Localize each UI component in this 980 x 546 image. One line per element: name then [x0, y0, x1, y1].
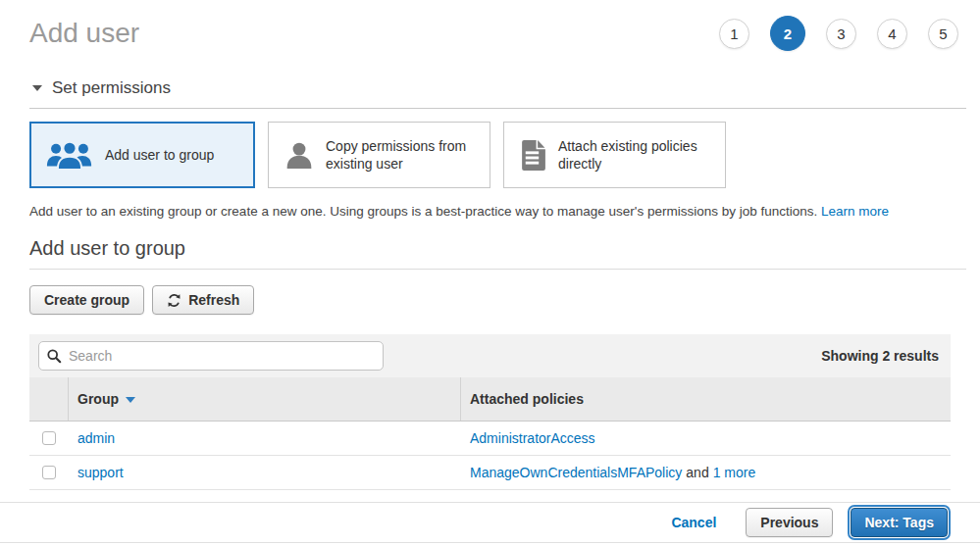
search-icon — [46, 348, 62, 367]
wizard-footer: Cancel Previous Next: Tags — [0, 502, 980, 543]
previous-button[interactable]: Previous — [746, 508, 833, 537]
policy-link[interactable]: ManageOwnCredentialsMFAPolicy — [470, 465, 682, 480]
policies-cell: ManageOwnCredentialsMFAPolicy and 1 more — [461, 456, 951, 489]
option-attach-policies[interactable]: Attach existing policies directly — [503, 122, 726, 188]
group-link[interactable]: support — [77, 465, 124, 480]
cancel-link[interactable]: Cancel — [671, 515, 716, 530]
search-box — [38, 341, 384, 371]
set-permissions-title: Set permissions — [52, 78, 171, 98]
user-group-icon — [46, 139, 93, 172]
group-cell: support — [69, 456, 461, 489]
step-4: 4 — [877, 19, 907, 49]
option-add-user-to-group[interactable]: Add user to group — [29, 122, 255, 188]
page-header: Add user 1 2 3 4 5 — [0, 0, 980, 51]
step-1: 1 — [719, 19, 749, 49]
option-copy-permissions[interactable]: Copy permissions from existing user — [268, 122, 490, 188]
step-5: 5 — [928, 19, 958, 49]
option-label: Copy permissions from existing user — [326, 137, 478, 173]
page-title: Add user — [29, 16, 139, 51]
row-checkbox[interactable] — [42, 431, 56, 445]
option-label: Attach existing policies directly — [558, 137, 713, 173]
table-header-row: Group Attached policies — [29, 377, 951, 422]
group-column-label: Group — [77, 391, 119, 407]
refresh-icon — [167, 293, 181, 308]
table-row-support: support ManageOwnCredentialsMFAPolicy an… — [29, 456, 951, 490]
more-policies-link[interactable]: 1 more — [713, 465, 756, 480]
select-all-cell — [29, 377, 69, 421]
next-tags-button[interactable]: Next: Tags — [851, 508, 948, 537]
results-count: Showing 2 results — [821, 348, 942, 364]
row-checkbox[interactable] — [42, 466, 56, 479]
policy-link[interactable]: AdministratorAccess — [470, 430, 595, 446]
policy-document-icon — [520, 140, 546, 171]
sort-descending-icon — [126, 397, 135, 403]
add-user-to-group-heading: Add user to group — [29, 237, 966, 270]
policy-join-text: and — [686, 465, 708, 480]
group-link[interactable]: admin — [77, 430, 115, 446]
table-row-admin: admin AdministratorAccess — [29, 422, 951, 456]
search-input[interactable] — [38, 341, 384, 371]
description-text: Add user to an existing group or create … — [29, 204, 817, 219]
policies-column-label: Attached policies — [470, 391, 584, 407]
refresh-button[interactable]: Refresh — [152, 285, 254, 315]
step-2-current: 2 — [770, 16, 805, 51]
step-indicator: 1 2 3 4 5 — [719, 16, 958, 51]
row-checkbox-cell — [29, 422, 69, 455]
user-icon — [284, 140, 314, 170]
collapse-caret-icon — [32, 85, 42, 91]
column-header-attached-policies: Attached policies — [461, 377, 951, 421]
create-group-label: Create group — [44, 292, 129, 308]
groups-table: Showing 2 results Group Attached policie… — [29, 334, 951, 490]
step-3: 3 — [826, 19, 856, 49]
group-toolbar: Create group Refresh — [29, 285, 980, 315]
row-checkbox-cell — [29, 456, 69, 489]
refresh-label: Refresh — [188, 292, 239, 308]
section-description: Add user to an existing group or create … — [29, 204, 951, 220]
policies-cell: AdministratorAccess — [461, 422, 951, 455]
set-permissions-section-header[interactable]: Set permissions — [29, 78, 966, 109]
create-group-button[interactable]: Create group — [29, 285, 144, 315]
group-cell: admin — [69, 422, 461, 455]
previous-label: Previous — [760, 515, 818, 530]
learn-more-link[interactable]: Learn more — [821, 204, 889, 219]
table-search-bar: Showing 2 results — [29, 334, 951, 377]
column-header-group[interactable]: Group — [69, 377, 461, 421]
option-label: Add user to group — [105, 146, 214, 164]
permission-option-cards: Add user to group Copy permissions from … — [29, 122, 951, 188]
